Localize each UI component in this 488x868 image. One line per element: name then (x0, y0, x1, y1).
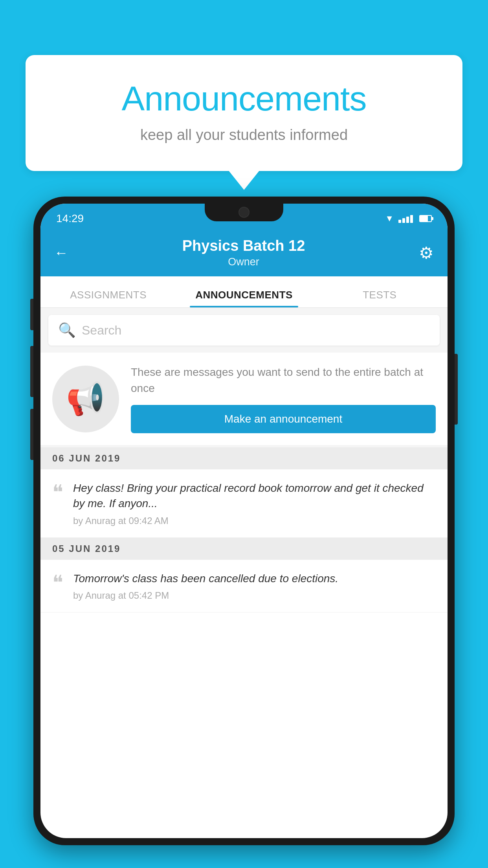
wifi-icon: ▼ (385, 213, 394, 224)
speech-bubble-title: Announcements (57, 79, 431, 119)
app-header: ← Physics Batch 12 Owner ⚙ (40, 229, 448, 276)
content-area: 🔍 Search 📢 These are messages you want t… (40, 308, 448, 612)
announcement-content-1: Hey class! Bring your practical record b… (73, 480, 436, 526)
phone-notch (205, 204, 283, 221)
batch-subtitle: Owner (182, 256, 305, 268)
announcement-item-1[interactable]: ❝ Hey class! Bring your practical record… (40, 469, 448, 537)
promo-description: These are messages you want to send to t… (131, 364, 436, 396)
megaphone-icon: 📢 (66, 381, 105, 417)
status-icons: ▼ (385, 213, 432, 224)
search-icon: 🔍 (58, 322, 76, 338)
phone-container: 14:29 ▼ (33, 197, 455, 845)
quote-icon-2: ❝ (52, 573, 63, 593)
status-time: 14:29 (56, 212, 84, 225)
announcement-item-2[interactable]: ❝ Tomorrow's class has been cancelled du… (40, 560, 448, 612)
quote-icon-1: ❝ (52, 482, 63, 503)
make-announcement-button[interactable]: Make an announcement (131, 405, 436, 433)
header-title-block: Physics Batch 12 Owner (182, 237, 305, 268)
announcement-meta-1: by Anurag at 09:42 AM (73, 515, 436, 526)
tab-assignments[interactable]: ASSIGNMENTS (40, 289, 176, 307)
speech-bubble-subtitle: keep all your students informed (57, 127, 431, 143)
speech-bubble-container: Announcements keep all your students inf… (26, 55, 462, 171)
signal-icon (398, 214, 413, 223)
batch-title: Physics Batch 12 (182, 237, 305, 254)
promo-card: 📢 These are messages you want to send to… (40, 353, 448, 445)
search-placeholder: Search (82, 323, 121, 338)
phone-frame: 14:29 ▼ (33, 197, 455, 845)
announcement-content-2: Tomorrow's class has been cancelled due … (73, 571, 436, 601)
tab-tests[interactable]: TESTS (312, 289, 448, 307)
phone-button-volume-up (30, 346, 33, 397)
back-button[interactable]: ← (54, 245, 68, 261)
search-bar[interactable]: 🔍 Search (48, 315, 440, 346)
phone-button-power (455, 354, 458, 425)
settings-icon[interactable]: ⚙ (419, 243, 434, 263)
tab-announcements[interactable]: ANNOUNCEMENTS (176, 289, 312, 307)
announcement-message-2: Tomorrow's class has been cancelled due … (73, 571, 436, 586)
date-separator-2: 05 JUN 2019 (40, 538, 448, 560)
promo-icon-circle: 📢 (52, 366, 119, 432)
promo-content: These are messages you want to send to t… (131, 364, 436, 433)
phone-button-mute (30, 299, 33, 330)
tabs-bar: ASSIGNMENTS ANNOUNCEMENTS TESTS (40, 276, 448, 308)
date-separator-1: 06 JUN 2019 (40, 447, 448, 469)
announcement-message-1: Hey class! Bring your practical record b… (73, 480, 436, 511)
speech-bubble: Announcements keep all your students inf… (26, 55, 462, 171)
announcement-meta-2: by Anurag at 05:42 PM (73, 590, 436, 601)
phone-button-volume-down (30, 409, 33, 460)
battery-icon (419, 215, 432, 222)
phone-camera (238, 207, 250, 218)
phone-screen: 14:29 ▼ (40, 204, 448, 838)
